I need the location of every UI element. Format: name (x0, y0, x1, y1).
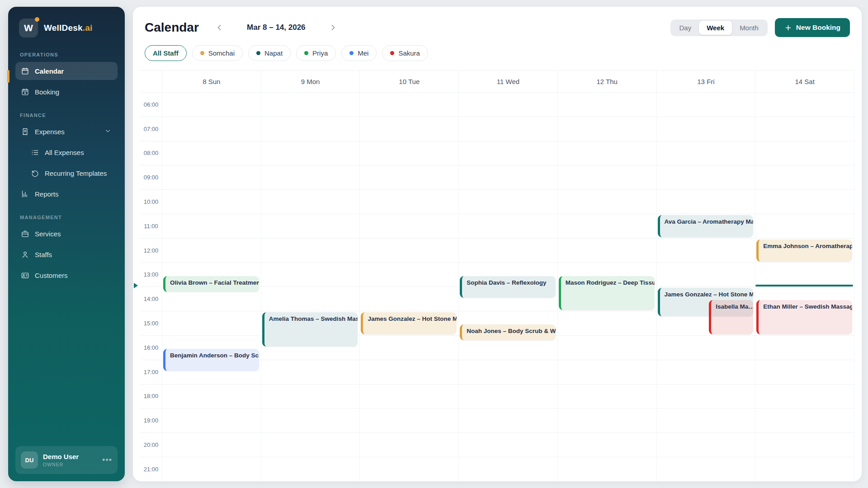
hour-label: 08:00 (140, 141, 162, 165)
events-layer: Olivia Brown – Facial TreatmentBenjamin … (162, 93, 854, 482)
view-option-week[interactable]: Week (699, 21, 732, 35)
sidebar-item-services[interactable]: Services (15, 225, 118, 243)
staff-color-dot (200, 51, 204, 55)
event[interactable]: James Gonzalez – Hot Stone M… (361, 312, 457, 334)
logo-letter: W (24, 23, 33, 33)
date-navigation: Mar 8 – 14, 2026 (212, 20, 341, 35)
user-card[interactable]: DU Demo User OWNER ••• (15, 446, 118, 474)
sidebar-item-calendar[interactable]: Calendar (15, 62, 118, 80)
brand-name: WellDesk.ai (44, 23, 92, 33)
refresh-icon (31, 169, 39, 178)
event[interactable]: Emma Johnson – Aromatherap… (756, 239, 852, 262)
time-gutter-header (140, 70, 162, 92)
chevron-left-icon (215, 23, 224, 32)
bar-chart-icon (21, 190, 29, 198)
sidebar-item-customers[interactable]: Customers (15, 266, 118, 284)
topbar-actions: DayWeekMonth New Booking (670, 18, 850, 37)
app-logo: W (19, 19, 38, 38)
event[interactable]: Sophia Davis – Reflexology (460, 276, 556, 298)
topbar: Calendar Mar 8 – 14, 2026 DayWeekMonth N… (145, 18, 850, 38)
section-label: MANAGEMENT (20, 215, 113, 220)
filter-staff-mei[interactable]: Mei (341, 45, 377, 61)
event[interactable]: Isabella Ma… (709, 300, 753, 334)
filter-staff-sakura[interactable]: Sakura (382, 45, 428, 61)
event[interactable]: Amelia Thomas – Swedish Mas… (262, 312, 358, 347)
event[interactable]: Mason Rodriguez – Deep Tissu… (559, 276, 655, 310)
week-grid: 8 Sun9 Mon10 Tue11 Wed12 Thu13 Fri14 Sat… (140, 70, 854, 482)
active-nav-indicator (7, 70, 9, 83)
id-card-icon (21, 271, 29, 280)
event[interactable]: Benjamin Anderson – Body Scr… (163, 349, 259, 371)
hour-label: 12:00 (140, 239, 162, 263)
section-label: OPERATIONS (20, 52, 113, 57)
view-option-day[interactable]: Day (672, 21, 699, 35)
sidebar-item-label: Staffs (35, 251, 52, 258)
event-title: Isabella Ma… (716, 303, 753, 310)
hour-label: 21:00 (140, 457, 162, 481)
day-header-13-fri: 13 Fri (656, 70, 755, 92)
event-title: Amelia Thomas – Swedish Mas… (269, 315, 358, 322)
next-week-button[interactable] (326, 20, 341, 35)
sidebar-item-expenses[interactable]: Expenses (15, 122, 118, 141)
day-header-8-sun: 8 Sun (162, 70, 261, 92)
grid-body: 06:0007:0008:0009:0010:0011:0012:0013:00… (140, 93, 854, 482)
sidebar-item-label: Booking (35, 88, 59, 96)
day-header-11-wed: 11 Wed (458, 70, 557, 92)
event-title: James Gonzalez – Hot Stone M… (665, 291, 754, 298)
event[interactable]: Ava Garcia – Aromatherapy Ma… (658, 215, 754, 237)
filter-all-staff[interactable]: All Staff (145, 45, 187, 61)
staff-chip-label: Napat (264, 49, 283, 57)
avatar: DU (21, 451, 38, 469)
staff-color-dot (256, 51, 260, 55)
day-header-14-sat: 14 Sat (755, 70, 854, 92)
sidebar-item-label: Reports (35, 190, 59, 198)
receipt-icon (21, 127, 29, 136)
hour-label: 19:00 (140, 408, 162, 432)
list-icon (31, 148, 39, 157)
new-booking-button[interactable]: New Booking (775, 18, 850, 37)
event[interactable]: Ethan Miller – Swedish Massage (756, 300, 852, 334)
staff-filter-row: All StaffSomchaiNapatPriyaMeiSakura (145, 45, 850, 61)
sidebar-item-recurring-templates[interactable]: Recurring Templates (15, 164, 118, 182)
filter-staff-napat[interactable]: Napat (248, 45, 291, 61)
hour-label: 13:00 (140, 263, 162, 287)
day-header-row: 8 Sun9 Mon10 Tue11 Wed12 Thu13 Fri14 Sat (140, 70, 854, 93)
staff-color-dot (349, 51, 354, 55)
event-title: Benjamin Anderson – Body Scr… (170, 352, 259, 359)
event[interactable]: Olivia Brown – Facial Treatment (163, 276, 259, 292)
staff-chip-label: Priya (312, 49, 328, 57)
event-title: James Gonzalez – Hot Stone M… (368, 315, 457, 322)
day-header-10-tue: 10 Tue (359, 70, 458, 92)
event[interactable]: Noah Jones – Body Scrub & Wr… (460, 324, 556, 340)
section-label: FINANCE (20, 113, 113, 118)
page-title: Calendar (145, 20, 199, 35)
current-time-marker (134, 283, 138, 288)
briefcase-icon (21, 230, 29, 238)
chevron-right-icon (329, 23, 338, 32)
hour-label: 15:00 (140, 311, 162, 335)
view-switcher: DayWeekMonth (670, 19, 768, 36)
sidebar-item-label: Services (35, 230, 61, 238)
sidebar-item-all-expenses[interactable]: All Expenses (15, 143, 118, 161)
event-title: Olivia Brown – Facial Treatment (170, 279, 259, 286)
calendar-plus-icon (21, 88, 29, 96)
staff-chip-label: Mei (358, 49, 368, 57)
staff-color-dot (390, 51, 394, 55)
event-title: Noah Jones – Body Scrub & Wr… (467, 328, 556, 334)
hour-label: 11:00 (140, 214, 162, 238)
prev-week-button[interactable] (212, 20, 227, 35)
filter-staff-somchai[interactable]: Somchai (192, 45, 243, 61)
hour-label: 18:00 (140, 385, 162, 408)
event-title: Ethan Miller – Swedish Massage (763, 303, 852, 310)
filter-staff-priya[interactable]: Priya (296, 45, 336, 61)
ellipsis-icon[interactable]: ••• (102, 455, 112, 465)
hour-label: 20:00 (140, 433, 162, 457)
view-option-month[interactable]: Month (732, 21, 766, 35)
staff-chip-label: Somchai (208, 49, 235, 57)
hour-label: 07:00 (140, 117, 162, 141)
sidebar-item-staffs[interactable]: Staffs (15, 245, 118, 263)
event-title: Sophia Davis – Reflexology (467, 279, 546, 286)
hour-label: 16:00 (140, 336, 162, 360)
sidebar-item-booking[interactable]: Booking (15, 83, 118, 101)
sidebar-item-reports[interactable]: Reports (15, 185, 118, 203)
